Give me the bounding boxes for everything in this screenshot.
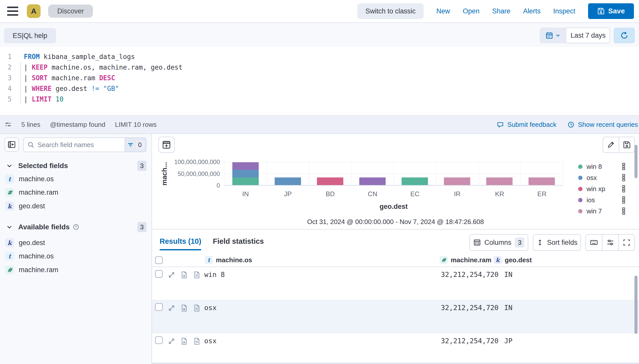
editor-code: | KEEP machine.os, machine.ram, geo.dest — [24, 64, 182, 71]
field-list-item-geo.dest[interactable]: kgeo.dest — [0, 199, 152, 213]
legend-dot — [578, 187, 582, 191]
editor-line[interactable]: 4| WHERE geo.dest != "GB" — [0, 83, 639, 94]
sort-fields-button[interactable]: Sort fields — [533, 234, 581, 251]
lines-count: 5 lines — [21, 121, 40, 129]
legend-item-win-8[interactable]: win 8 — [578, 162, 602, 171]
expand-row-icon[interactable] — [168, 271, 175, 279]
row-checkbox[interactable] — [155, 303, 163, 311]
sort-arrows-icon — [536, 239, 543, 246]
field-list-item-geo.dest[interactable]: kgeo.dest — [0, 236, 152, 250]
field-list-item-machine.ram[interactable]: #machine.ram — [0, 186, 152, 199]
field-filter-button[interactable]: 0 — [125, 137, 146, 152]
save-visualization-button[interactable] — [619, 137, 634, 152]
row-checkbox[interactable] — [155, 336, 163, 344]
editor-settings-icon[interactable] — [5, 121, 12, 128]
menu-icon[interactable] — [7, 7, 18, 16]
esql-help-button[interactable]: ES|QL help — [4, 28, 56, 43]
editor-footer: 5 lines @timestamp found LIMIT 10 rows S… — [0, 115, 639, 134]
legend-actions-icon[interactable] — [621, 163, 626, 170]
header-link-alerts[interactable]: Alerts — [523, 7, 541, 15]
column-header-machine.ram[interactable]: #machine.ram — [440, 256, 491, 264]
legend-item-win-7[interactable]: win 7 — [578, 207, 602, 216]
edit-visualization-button[interactable] — [603, 137, 619, 152]
tab-results-10-[interactable]: Results (10) — [160, 237, 201, 246]
bar-segment-win-7[interactable] — [444, 177, 470, 185]
bar-segment-ios[interactable] — [359, 177, 386, 185]
submit-feedback-link[interactable]: Submit feedback — [497, 121, 556, 129]
expand-row-icon[interactable] — [168, 337, 175, 345]
switch-to-classic-button[interactable]: Switch to classic — [357, 3, 424, 19]
header-link-new[interactable]: New — [436, 7, 450, 15]
hide-chart-button[interactable] — [158, 137, 175, 153]
field-list-item-machine.ram[interactable]: #machine.ram — [0, 263, 152, 277]
bar-segment-osx[interactable] — [275, 177, 301, 185]
display-options-button[interactable] — [602, 235, 618, 250]
code-token: | — [24, 85, 32, 92]
bar-segment-osx[interactable] — [232, 170, 259, 177]
select-all-checkbox[interactable] — [155, 256, 163, 264]
legend-item-win-xp[interactable]: win xp — [578, 184, 605, 193]
editor-line[interactable]: 3| SORT machine.ram DESC — [0, 73, 639, 83]
time-range-value[interactable]: Last 7 days — [567, 28, 610, 43]
available-fields-header[interactable]: Available fields ? 3 — [0, 221, 152, 233]
save-button[interactable]: Save — [588, 3, 634, 19]
field-list-item-machine.os[interactable]: tmachine.os — [0, 172, 152, 186]
compare-doc-icon[interactable] — [180, 304, 188, 312]
header-link-open[interactable]: Open — [463, 7, 479, 15]
calendar-button[interactable] — [540, 28, 567, 43]
row-checkbox[interactable] — [155, 270, 163, 278]
cell-machine-os: osx — [204, 337, 217, 345]
column-header-geo.dest[interactable]: kgeo.dest — [494, 256, 532, 264]
legend-actions-icon[interactable] — [621, 185, 626, 193]
legend-item-osx[interactable]: osx — [578, 173, 597, 182]
field-list-item-machine.os[interactable]: tmachine.os — [0, 249, 152, 263]
chart-plot-area — [224, 162, 563, 186]
bar-segment-ios[interactable] — [232, 162, 259, 170]
gridline — [224, 162, 224, 185]
editor-line[interactable]: 2| KEEP machine.os, machine.ram, geo.des… — [0, 62, 639, 73]
breadcrumb[interactable]: Discover — [48, 5, 93, 18]
field-name: geo.dest — [19, 202, 45, 210]
column-header-machine.os[interactable]: tmachine.os — [205, 256, 252, 264]
esql-editor[interactable]: 1FROM kibana_sample_data_logs2| KEEP mac… — [0, 47, 639, 115]
bar-segment-win-7[interactable] — [529, 177, 555, 185]
legend-actions-icon[interactable] — [621, 196, 626, 204]
editor-line[interactable]: 1FROM kibana_sample_data_logs — [0, 51, 639, 62]
chart-scrollbar[interactable] — [634, 145, 637, 178]
bar-segment-win-7[interactable] — [486, 177, 513, 185]
tab-field-statistics[interactable]: Field statistics — [213, 237, 264, 246]
columns-button[interactable]: Columns 3 — [469, 234, 528, 251]
legend-actions-icon[interactable] — [621, 174, 626, 181]
header-link-share[interactable]: Share — [492, 7, 510, 15]
horizontal-scroll-strip[interactable] — [152, 363, 639, 364]
field-type-badge: # — [5, 265, 14, 274]
view-doc-icon[interactable] — [193, 304, 201, 312]
keyboard-shortcuts-button[interactable] — [586, 235, 602, 250]
grid-display-options — [585, 234, 635, 251]
gridline — [351, 162, 351, 185]
refresh-button[interactable] — [614, 28, 635, 43]
avatar[interactable]: A — [27, 4, 41, 18]
bar-segment-win-xp[interactable] — [317, 177, 343, 185]
selected-fields-header[interactable]: Selected fields 3 — [0, 160, 152, 171]
fullscreen-button[interactable] — [618, 235, 634, 250]
collapse-sidebar-button[interactable] — [5, 137, 19, 152]
legend-actions-icon[interactable] — [621, 207, 626, 215]
view-doc-icon[interactable] — [193, 271, 201, 279]
compare-doc-icon[interactable] — [180, 337, 188, 345]
view-doc-icon[interactable] — [193, 337, 201, 345]
search-input[interactable] — [37, 141, 121, 149]
timestamp-info: @timestamp found — [50, 121, 105, 129]
expand-row-icon[interactable] — [168, 304, 175, 312]
header-link-inspect[interactable]: Inspect — [553, 7, 575, 15]
table-scrollbar[interactable] — [634, 276, 637, 334]
editor-line[interactable]: 5| LIMIT 10 — [0, 94, 639, 105]
show-recent-queries-link[interactable]: Show recent queries — [568, 121, 638, 129]
bar-segment-win-8[interactable] — [402, 177, 428, 185]
legend-item-ios[interactable]: ios — [578, 195, 595, 205]
bar-segment-win-8[interactable] — [232, 177, 259, 185]
help-circle-icon[interactable]: ? — [73, 224, 79, 230]
field-search-box[interactable] — [23, 137, 125, 152]
line-number: 3 — [0, 74, 12, 82]
compare-doc-icon[interactable] — [180, 271, 188, 279]
